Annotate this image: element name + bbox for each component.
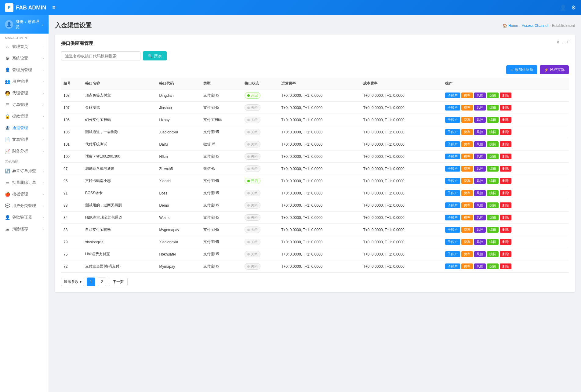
next-page-button[interactable]: 下一页 [109, 278, 128, 286]
delete-button[interactable]: 删除 [500, 166, 511, 172]
sidebar-item-clear-cache[interactable]: ☁ 清除缓存 › [0, 223, 49, 235]
sidebar-item-templates[interactable]: 🍎 模板管理 › [0, 188, 49, 200]
sidebar-item-agents[interactable]: 🧑 代理管理 › [0, 87, 49, 99]
sub-account-button[interactable]: 子账户 [445, 239, 460, 245]
breadcrumb-access-channel[interactable]: Access Channel [522, 24, 548, 28]
delete-button[interactable]: 删除 [500, 251, 511, 257]
risk-button[interactable]: 风控 [474, 141, 486, 147]
page-btn-1[interactable]: 1 [87, 278, 95, 286]
edit-button[interactable]: 编辑 [487, 93, 499, 98]
user-icon[interactable]: 👤 [560, 4, 566, 11]
edit-button[interactable]: 编辑 [487, 227, 499, 233]
risk-button[interactable]: 风控 [474, 251, 486, 257]
delete-button[interactable]: 删除 [500, 227, 511, 233]
sidebar-item-settings[interactable]: ⚙ 系统设置 › [0, 53, 49, 64]
sidebar-item-home[interactable]: ⌂ 管理首页 › [0, 41, 49, 53]
risk-button[interactable]: 风控 [474, 227, 486, 233]
rate-button[interactable]: 费率 [461, 263, 473, 269]
sub-account-button[interactable]: 子账户 [445, 215, 460, 220]
edit-button[interactable]: 编辑 [487, 215, 499, 220]
sidebar-item-anomaly[interactable]: 🔄 异常订单排查 › [0, 165, 49, 177]
risk-button[interactable]: 风控 [474, 263, 486, 269]
sidebar-item-channels[interactable]: 🏦 通道管理 › [0, 122, 49, 134]
rate-button[interactable]: 费率 [461, 154, 473, 159]
add-supplier-button[interactable]: ⊕ 添加供应商 [506, 65, 537, 74]
sidebar-item-user-categories[interactable]: 💬 用户分类管理 › [0, 200, 49, 212]
edit-button[interactable]: 编辑 [487, 154, 499, 159]
risk-button[interactable]: 风控 [474, 178, 486, 184]
sidebar-item-orders[interactable]: ☰ 订单管理 › [0, 99, 49, 111]
delete-button[interactable]: 删除 [500, 263, 511, 269]
sidebar-item-withdrawals[interactable]: 🔒 提款管理 › [0, 111, 49, 122]
expand-icon[interactable]: □ [568, 39, 570, 44]
risk-button[interactable]: 风控 [474, 117, 486, 123]
rate-button[interactable]: 费率 [461, 141, 473, 147]
breadcrumb-home[interactable]: Home [508, 24, 518, 28]
sub-account-button[interactable]: 子账户 [445, 166, 460, 172]
delete-button[interactable]: 删除 [500, 129, 511, 135]
sub-account-button[interactable]: 子账户 [445, 129, 460, 135]
edit-button[interactable]: 编辑 [487, 178, 499, 184]
rate-button[interactable]: 费率 [461, 178, 473, 184]
sub-account-button[interactable]: 子账户 [445, 227, 460, 233]
sub-account-button[interactable]: 子账户 [445, 202, 460, 208]
risk-button[interactable]: 风控 [474, 129, 486, 135]
rate-button[interactable]: 费率 [461, 117, 473, 123]
edit-button[interactable]: 编辑 [487, 263, 499, 269]
sub-account-button[interactable]: 子账户 [445, 105, 460, 111]
edit-button[interactable]: 编辑 [487, 202, 499, 208]
edit-button[interactable]: 编辑 [487, 141, 499, 147]
sub-account-button[interactable]: 子账户 [445, 117, 460, 123]
sub-account-button[interactable]: 子账户 [445, 93, 460, 98]
delete-button[interactable]: 删除 [500, 93, 511, 98]
menu-toggle-icon[interactable]: ≡ [52, 5, 56, 11]
delete-button[interactable]: 删除 [500, 239, 511, 245]
edit-button[interactable]: 编辑 [487, 105, 499, 111]
close-icon[interactable]: ✕ [556, 39, 560, 44]
sub-account-button[interactable]: 子账户 [445, 154, 460, 159]
page-size-select[interactable]: 显示条数 ▾ [61, 278, 84, 286]
sidebar-item-batch-delete[interactable]: ☰ 批量删除订单 › [0, 177, 49, 188]
edit-button[interactable]: 编辑 [487, 190, 499, 196]
edit-button[interactable]: 编辑 [487, 166, 499, 172]
delete-button[interactable]: 删除 [500, 117, 511, 123]
page-btn-2[interactable]: 2 [98, 278, 106, 286]
risk-button[interactable]: 风控 [474, 202, 486, 208]
rate-button[interactable]: 费率 [461, 202, 473, 208]
rate-button[interactable]: 费率 [461, 190, 473, 196]
sub-account-button[interactable]: 子账户 [445, 190, 460, 196]
rate-button[interactable]: 费率 [461, 129, 473, 135]
rate-button[interactable]: 费率 [461, 239, 473, 245]
rate-button[interactable]: 费率 [461, 166, 473, 172]
rate-button[interactable]: 费率 [461, 93, 473, 98]
sidebar-item-admin[interactable]: 👤 管理员管理 › [0, 64, 49, 76]
risk-button[interactable]: 风控 [474, 215, 486, 220]
rate-button[interactable]: 费率 [461, 215, 473, 220]
delete-button[interactable]: 删除 [500, 190, 511, 196]
delete-button[interactable]: 删除 [500, 105, 511, 111]
sub-account-button[interactable]: 子账户 [445, 263, 460, 269]
edit-button[interactable]: 编辑 [487, 239, 499, 245]
delete-button[interactable]: 删除 [500, 178, 511, 184]
sub-account-button[interactable]: 子账户 [445, 141, 460, 147]
sidebar-item-finance[interactable]: 📈 财务分析 › [0, 145, 49, 157]
risk-button[interactable]: 风控 [474, 154, 486, 159]
risk-button[interactable]: 风控 [474, 105, 486, 111]
edit-button[interactable]: 编辑 [487, 117, 499, 123]
sidebar-user[interactable]: 👤 身份：总管理员 › [0, 15, 49, 34]
delete-button[interactable]: 删除 [500, 215, 511, 220]
risk-button[interactable]: 风控 [474, 166, 486, 172]
sub-account-button[interactable]: 子账户 [445, 178, 460, 184]
settings-icon[interactable]: ⚙ [571, 4, 576, 11]
risk-button[interactable]: 风控 [474, 239, 486, 245]
search-input[interactable] [61, 51, 140, 60]
sidebar-item-users[interactable]: 👥 用户管理 › [0, 76, 49, 87]
search-button[interactable]: 🔍 搜索 [143, 51, 167, 60]
edit-button[interactable]: 编辑 [487, 129, 499, 135]
risk-button[interactable]: 风控 [474, 93, 486, 98]
sidebar-item-google-auth[interactable]: 👤 谷歌验证器 › [0, 212, 49, 223]
sidebar-item-docs[interactable]: 📄 文章管理 › [0, 134, 49, 145]
rate-button[interactable]: 费率 [461, 251, 473, 257]
edit-button[interactable]: 编辑 [487, 251, 499, 257]
delete-button[interactable]: 删除 [500, 154, 511, 159]
